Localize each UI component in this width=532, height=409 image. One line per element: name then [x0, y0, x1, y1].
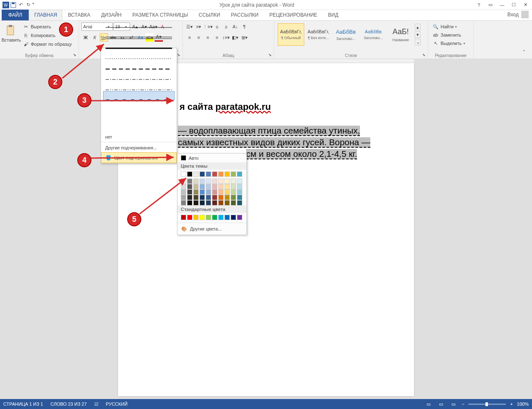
- more-colors[interactable]: 🎨Другие цвета...: [177, 224, 246, 234]
- tab-layout[interactable]: РАЗМЕТКА СТРАНИЦЫ: [127, 10, 194, 20]
- color-swatch[interactable]: [218, 171, 224, 177]
- tab-references[interactable]: ССЫЛКИ: [193, 10, 225, 20]
- color-swatch[interactable]: [237, 178, 242, 184]
- color-swatch[interactable]: [218, 195, 224, 200]
- color-swatch[interactable]: [237, 184, 242, 189]
- tab-design[interactable]: ДИЗАЙН: [96, 10, 127, 20]
- color-swatch[interactable]: [224, 171, 230, 177]
- show-marks-button[interactable]: ¶: [240, 22, 249, 31]
- color-swatch[interactable]: [212, 178, 217, 184]
- tab-view[interactable]: ВИД: [323, 10, 344, 20]
- status-page[interactable]: СТРАНИЦА 1 ИЗ 1: [3, 402, 43, 407]
- color-swatch[interactable]: [212, 215, 217, 220]
- decrease-indent-button[interactable]: ≤: [213, 22, 221, 31]
- color-swatch[interactable]: [193, 215, 199, 220]
- tab-insert[interactable]: ВСТАВКА: [62, 10, 96, 20]
- qat-dropdown-icon[interactable]: ▾: [32, 2, 39, 8]
- tab-home[interactable]: ГЛАВНАЯ: [29, 10, 62, 20]
- color-swatch[interactable]: [200, 195, 205, 200]
- color-swatch[interactable]: [200, 189, 205, 195]
- save-icon[interactable]: [10, 2, 17, 8]
- color-swatch[interactable]: [218, 184, 224, 189]
- justify-button[interactable]: ≡: [213, 33, 221, 42]
- help-icon[interactable]: ?: [475, 1, 483, 9]
- color-swatch[interactable]: [206, 178, 211, 184]
- color-swatch[interactable]: [237, 189, 242, 195]
- align-left-button[interactable]: ≡: [185, 33, 194, 42]
- increase-indent-button[interactable]: ≥: [222, 22, 230, 31]
- style-normal[interactable]: АаБбВвГг,¶ Обычный: [278, 23, 304, 46]
- align-center-button[interactable]: ≡: [195, 33, 203, 42]
- color-swatch[interactable]: [193, 200, 199, 206]
- tab-file[interactable]: ФАЙЛ: [2, 10, 29, 20]
- color-swatch[interactable]: [212, 195, 217, 200]
- minimize-icon[interactable]: —: [498, 1, 506, 9]
- collapse-ribbon-icon[interactable]: ˄: [523, 50, 530, 57]
- sort-button[interactable]: A↓: [231, 22, 239, 31]
- color-swatch[interactable]: [231, 184, 236, 189]
- color-swatch[interactable]: [212, 184, 217, 189]
- color-swatch[interactable]: [206, 184, 211, 189]
- tab-review[interactable]: РЕЦЕНЗИРОВАНИЕ: [264, 10, 323, 20]
- line-spacing-button[interactable]: ↕≡▾: [222, 33, 230, 42]
- zoom-value[interactable]: 100%: [517, 402, 529, 407]
- color-swatch[interactable]: [231, 189, 236, 195]
- color-swatch[interactable]: [200, 184, 205, 189]
- color-swatch[interactable]: [193, 178, 199, 184]
- zoom-out-icon[interactable]: −: [462, 402, 464, 407]
- color-swatch[interactable]: [218, 215, 224, 220]
- ribbon-options-icon[interactable]: ▭: [486, 1, 495, 9]
- style-nospacing[interactable]: АаБбВвГг,¶ Без инте...: [305, 23, 332, 46]
- align-right-button[interactable]: ≡: [204, 33, 212, 42]
- color-swatch[interactable]: [218, 178, 224, 184]
- status-language[interactable]: РУССКИЙ: [106, 402, 128, 407]
- color-swatch[interactable]: [206, 195, 211, 200]
- color-swatch[interactable]: [193, 195, 199, 200]
- zoom-in-icon[interactable]: +: [510, 402, 512, 407]
- color-swatch[interactable]: [237, 200, 242, 206]
- color-swatch[interactable]: [231, 171, 236, 177]
- paragraph-dialog-launcher[interactable]: ⬊: [267, 52, 273, 58]
- color-swatch[interactable]: [224, 195, 230, 200]
- color-swatch[interactable]: [224, 215, 230, 220]
- color-swatch[interactable]: [237, 171, 242, 177]
- sign-in[interactable]: Вход: [504, 9, 532, 20]
- styles-gallery[interactable]: АаБбВвГг,¶ Обычный АаБбВвГг,¶ Без инте..…: [277, 22, 425, 47]
- styles-more-icon[interactable]: ⌄: [415, 39, 421, 45]
- color-swatch[interactable]: [212, 200, 217, 206]
- color-swatch[interactable]: [218, 189, 224, 195]
- color-swatch[interactable]: [212, 189, 217, 195]
- paste-button[interactable]: Вставить: [2, 22, 20, 48]
- color-swatch[interactable]: [200, 200, 205, 206]
- view-print-icon[interactable]: ▭: [437, 400, 445, 408]
- color-swatch[interactable]: [206, 171, 211, 177]
- color-swatch[interactable]: [237, 215, 242, 220]
- bullets-button[interactable]: ☰▾: [185, 22, 194, 31]
- color-swatch[interactable]: [231, 200, 236, 206]
- color-swatch[interactable]: [224, 200, 230, 206]
- multilevel-button[interactable]: ⋮≡▾: [204, 22, 212, 31]
- select-button[interactable]: ↖Выделить▾: [431, 39, 471, 47]
- color-swatch[interactable]: [193, 189, 199, 195]
- redo-icon[interactable]: ↻: [25, 2, 32, 8]
- color-swatch[interactable]: [218, 200, 224, 206]
- styles-down-icon[interactable]: ▾: [415, 31, 421, 38]
- color-swatch[interactable]: [193, 171, 199, 177]
- style-heading2[interactable]: АаБбВвЗаголово...: [360, 23, 387, 46]
- color-swatch[interactable]: [231, 215, 236, 220]
- color-swatch[interactable]: [224, 189, 230, 195]
- numbering-button[interactable]: ≡▾: [195, 22, 203, 31]
- borders-button[interactable]: ⊞▾: [240, 33, 249, 42]
- close-icon[interactable]: ✕: [521, 1, 530, 9]
- color-swatch[interactable]: [206, 200, 211, 206]
- color-swatch[interactable]: [212, 171, 217, 177]
- color-swatch[interactable]: [231, 195, 236, 200]
- color-swatch[interactable]: [200, 215, 205, 220]
- color-swatch[interactable]: [200, 171, 205, 177]
- replace-button[interactable]: abЗаменить: [431, 31, 471, 39]
- color-swatch[interactable]: [237, 195, 242, 200]
- color-swatch[interactable]: [200, 178, 205, 184]
- status-words[interactable]: СЛОВО 23 ИЗ 27: [51, 402, 87, 407]
- proofing-icon[interactable]: ☑: [94, 402, 99, 407]
- find-button[interactable]: 🔍Найти▾: [431, 22, 471, 31]
